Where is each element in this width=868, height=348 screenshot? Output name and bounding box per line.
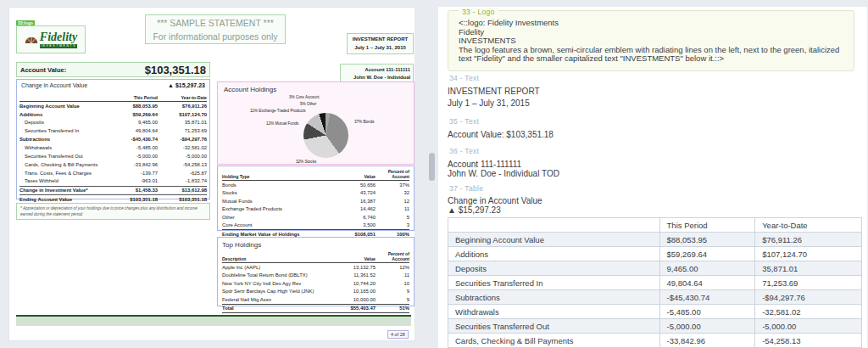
footnote-box[interactable]: * Appreciation or depreciation of your h… <box>16 203 210 220</box>
row-label: Securities Transferred In <box>19 128 114 133</box>
annotation-change-table: This Period Year-to-Date Beginning Accou… <box>448 217 862 348</box>
pie-label-stocks: 32% Stocks <box>296 160 316 164</box>
statement-page: 33:logo Fidelity INVESTMENTS *** SAMPLE … <box>8 7 415 341</box>
row-period-value: $88,053.95 <box>659 233 755 247</box>
row-percent: 11 <box>376 206 409 211</box>
row-period-value: -963.01 <box>114 178 158 183</box>
row-period-value: $59,269.64 <box>659 247 755 261</box>
page-indicator[interactable]: 4 of 28 <box>387 330 409 339</box>
footnote-text: * Appreciation or depreciation of your h… <box>20 206 198 216</box>
page-footer-band <box>16 315 411 326</box>
row-label: Stocks <box>222 190 337 195</box>
annotation-panel: 33 - Logo <::logo: Fidelity Investments … <box>438 7 867 348</box>
section-label-33-logo: 33 - Logo <box>459 8 498 17</box>
row-period-value: -5,485.00 <box>659 305 755 319</box>
row-period-value: -139.77 <box>114 171 158 176</box>
pie-label-other: 5% Other <box>300 102 316 106</box>
account-holdings-chart-box[interactable]: Account Holdings 3% Core Account 5% Othe… <box>217 81 415 165</box>
account-value-bar[interactable]: Account Value: $103,351.18 <box>16 62 210 77</box>
row-ytd-value: -625.87 <box>158 171 207 176</box>
header-holding-type: Holding Type <box>222 174 337 179</box>
row-label: Subtractions <box>448 290 660 305</box>
fidelity-logo[interactable]: Fidelity INVESTMENTS <box>16 25 86 53</box>
holdings-title: Account Holdings <box>224 86 276 93</box>
row-percent: 9 <box>376 289 409 294</box>
annotation-section-logo[interactable]: 33 - Logo <::logo: Fidelity Investments … <box>448 10 854 71</box>
row-label: Ending Account Value <box>19 197 114 202</box>
section-label-35-text[interactable]: 35 - Text <box>449 117 479 126</box>
pie-label-bonds: 37% Bonds <box>354 120 375 124</box>
row-label: Additions <box>448 247 660 261</box>
row-period-value: -33,842.96 <box>114 162 158 167</box>
table-row: Securities Transferred In 49,804.64 71,2… <box>19 127 207 136</box>
row-label: Bonds <box>222 182 337 188</box>
row-ytd-value: -$94,297.76 <box>755 290 862 305</box>
row-percent: 5 <box>376 215 409 220</box>
row-ytd-value: -54,258.13 <box>755 334 862 348</box>
row-percent: 12 <box>376 199 409 204</box>
row-label: Core Account <box>222 222 337 227</box>
section-label-37-table[interactable]: 37 - Table <box>449 184 483 193</box>
row-label: Beginning Account Value <box>19 104 114 109</box>
table-row: Subtractions -$45,430.74 -$94,297.76 <box>448 290 862 305</box>
total-value: $55,403.47 <box>337 306 376 311</box>
row-ytd-value: -32,581.02 <box>755 305 862 319</box>
row-label: Withdrawals <box>448 305 660 319</box>
row-value: 43,724 <box>337 190 376 195</box>
table-row: Additions $59,269.64 $107,124.70 <box>19 110 207 119</box>
change-in-account-value-table[interactable]: Change in Account Value ▲ $15,297.23 Thi… <box>16 79 210 199</box>
row-label: Subtractions <box>19 137 114 142</box>
row-value: 14,462 <box>337 206 376 211</box>
logo-annotation-description: The logo features a brown, semi-circular… <box>459 46 843 64</box>
row-percent: 12% <box>376 265 409 270</box>
row-period-value: 49,804.64 <box>114 128 158 133</box>
row-ytd-value: 71,253.69 <box>158 128 207 133</box>
top-holdings-table[interactable]: Top Holdings Description Value Percent o… <box>217 237 415 306</box>
top-holdings-total-row: Total $55,403.47 51% <box>222 304 409 313</box>
section-label-36-text[interactable]: 36 - Text <box>449 147 479 155</box>
investment-report-box[interactable]: INVESTMENT REPORT July 1 – July 31, 2015 <box>347 33 414 54</box>
logo-subtitle: INVESTMENTS <box>40 44 77 48</box>
row-ytd-value: -5,000.00 <box>755 319 862 334</box>
row-ytd-value: 71,253.69 <box>755 276 862 290</box>
scrollbar-thumb[interactable] <box>429 153 435 181</box>
row-period-value: -$45,430.74 <box>659 290 755 305</box>
holding-type-table[interactable]: Holding Type Value Percent of Account Bo… <box>217 166 415 231</box>
table-row: Deposits 9,465.00 35,871.01 <box>448 261 862 276</box>
row-percent: 3 <box>376 222 409 227</box>
pie-label-core-account: 3% Core Account <box>289 95 320 99</box>
total-label: Total <box>222 306 337 311</box>
annotation-table-body: Beginning Account Value $88,053.95 $76,9… <box>448 233 862 348</box>
top-holdings-rows: Apple Inc (AAPL) 13,132.75 12% Doublelin… <box>222 263 409 303</box>
row-value: 10,165.00 <box>337 289 376 294</box>
row-period-value: 49,804.64 <box>659 276 755 290</box>
row-ytd-value: -54,258.13 <box>158 162 207 167</box>
row-period-value: $88,053.95 <box>114 104 158 109</box>
row-period-value: 9,465.00 <box>114 120 158 125</box>
pie-label-mutual-funds: 12% Mutual Funds <box>266 121 298 126</box>
header-percent: Percent of Account <box>376 251 409 261</box>
row-label: Withdrawals <box>19 145 114 150</box>
sample-line1: *** SAMPLE STATEMENT *** <box>146 17 285 31</box>
row-value: 3,500 <box>337 222 376 227</box>
row-label: Deposits <box>448 261 660 276</box>
header-this-period: This Period <box>659 218 755 233</box>
annotation-34-line1: INVESTMENT REPORT <box>448 87 540 96</box>
row-ytd-value: $107,124.70 <box>158 112 207 117</box>
row-label: Other <box>222 215 337 220</box>
row-label: Beginning Account Value <box>448 233 660 247</box>
row-ytd-value: $76,911.26 <box>158 104 207 109</box>
row-value: 10,000.00 <box>337 297 376 302</box>
row-label: New York NY City Indl Dev Agy Rev <box>222 281 337 286</box>
annotation-35-line1: Account Value: $103,351.18 <box>448 130 554 139</box>
row-ytd-value: 35,871.01 <box>158 120 207 125</box>
row-value: 13,132.75 <box>337 265 376 270</box>
sample-statement-banner[interactable]: *** SAMPLE STATEMENT *** For information… <box>145 14 286 44</box>
holding-type-header: Holding Type Value Percent of Account <box>222 169 409 181</box>
fidelity-emblem-icon <box>25 32 38 48</box>
row-value: 50,656 <box>337 182 376 188</box>
table-row: Change in Investment Value* $1,458.33 $1… <box>19 186 207 195</box>
section-label-34-text[interactable]: 34 - Text <box>449 74 479 82</box>
row-label: Federal Natl Mtg Assn <box>222 297 337 302</box>
table-row: Spdr Sertr Barclays Cap High Yield (JNK)… <box>222 288 409 295</box>
